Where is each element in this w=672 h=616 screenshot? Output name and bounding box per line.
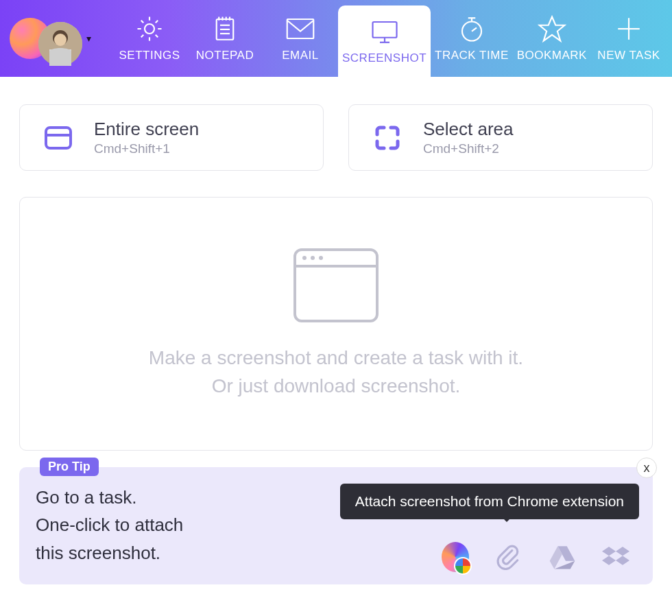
select-area-button[interactable]: Select area Cmd+Shift+2 (348, 104, 653, 171)
tab-email[interactable]: EMAIL (263, 0, 338, 77)
nav-label: BOOKMARK (517, 49, 587, 62)
capture-shortcut: Cmd+Shift+1 (94, 141, 199, 156)
screenshot-dropzone[interactable]: Make a screenshot and create a task with… (19, 197, 653, 451)
attach-source-row (442, 543, 629, 571)
dropbox-icon[interactable] (602, 543, 629, 571)
dropzone-text: Make a screenshot and create a task with… (149, 344, 523, 400)
svg-rect-14 (372, 22, 396, 38)
entire-screen-button[interactable]: Entire screen Cmd+Shift+1 (19, 104, 324, 171)
top-nav: SETTINGS NOTEPAD EMAIL SCREENSHOT TRACK … (112, 0, 672, 77)
attach-tooltip: Attach screenshot from Chrome extension (340, 484, 639, 519)
nav-label: EMAIL (282, 49, 319, 62)
email-icon (286, 14, 315, 43)
crop-icon (368, 123, 407, 153)
svg-point-4 (145, 24, 154, 34)
star-icon (538, 14, 566, 43)
nav-label: TRACK TIME (435, 49, 509, 62)
capture-shortcut: Cmd+Shift+2 (423, 141, 514, 156)
svg-line-18 (472, 27, 477, 31)
browser-window-icon (292, 247, 380, 327)
tab-bookmark[interactable]: BOOKMARK (513, 0, 591, 77)
app-header: ▾ SETTINGS NOTEPAD EMAIL SCREENSHOT (0, 0, 672, 77)
nav-label: SCREENSHOT (342, 51, 427, 65)
capture-title: Select area (423, 119, 514, 140)
tab-notepad[interactable]: NOTEPAD (187, 0, 263, 77)
window-icon (39, 123, 77, 153)
clickup-chrome-icon[interactable] (442, 543, 469, 571)
svg-point-27 (302, 256, 307, 260)
svg-point-28 (311, 256, 315, 260)
paperclip-icon[interactable] (495, 543, 523, 571)
close-button[interactable]: x (636, 458, 657, 478)
stopwatch-icon (457, 14, 486, 43)
pro-tip-panel: Pro Tip x Go to a task. One-click to att… (19, 467, 653, 584)
tab-new-task[interactable]: NEW TASK (591, 0, 667, 77)
notepad-icon (211, 14, 239, 43)
pro-tip-text: Go to a task. One-click to attach this s… (36, 484, 241, 567)
plus-icon (614, 14, 643, 43)
capture-options: Entire screen Cmd+Shift+1 Select area Cm… (0, 77, 672, 171)
chevron-down-icon[interactable]: ▾ (86, 33, 91, 44)
nav-label: NOTEPAD (196, 49, 254, 62)
google-drive-icon[interactable] (549, 543, 576, 571)
svg-rect-25 (295, 250, 377, 321)
gear-icon (135, 14, 164, 43)
capture-title: Entire screen (94, 119, 199, 140)
tab-screenshot[interactable]: SCREENSHOT (338, 5, 431, 77)
clickup-logo (10, 18, 51, 59)
nav-label: NEW TASK (597, 49, 660, 62)
tab-settings[interactable]: SETTINGS (112, 0, 187, 77)
avatar (38, 22, 82, 66)
svg-point-2 (54, 34, 67, 46)
svg-point-29 (319, 256, 323, 260)
pro-tip-badge: Pro Tip (40, 458, 99, 476)
profile-area[interactable]: ▾ (0, 0, 98, 77)
nav-label: SETTINGS (119, 49, 180, 62)
svg-rect-13 (287, 19, 314, 38)
monitor-icon (370, 17, 399, 46)
svg-rect-23 (46, 128, 71, 148)
tab-track-time[interactable]: TRACK TIME (431, 0, 513, 77)
